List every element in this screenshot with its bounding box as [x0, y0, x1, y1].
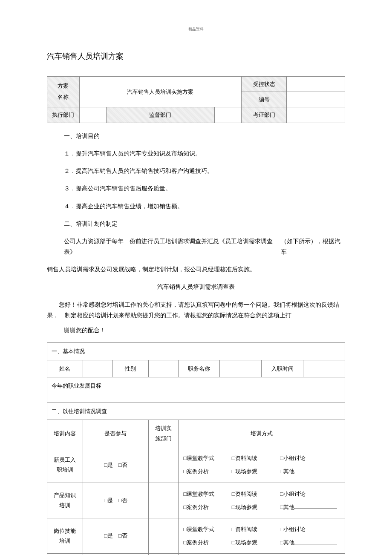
- checkbox-method[interactable]: □小组讨论: [280, 487, 323, 500]
- survey-sec1-heading: 一、基本情况: [47, 343, 345, 360]
- checkbox-method[interactable]: □课堂教学式: [184, 487, 226, 500]
- survey-title: 汽车销售人员培训需求调查表: [47, 282, 345, 292]
- supervise-dept-value: [215, 107, 242, 123]
- sec1-p2: ２．提高汽车销售人员的汽车销售技巧和客户沟通技巧。: [64, 166, 345, 176]
- checkbox-method[interactable]: □小组讨论: [280, 451, 323, 465]
- checkbox-yes[interactable]: □是: [104, 462, 113, 468]
- entry-label: 入职时间: [262, 360, 303, 377]
- checkbox-other[interactable]: □其他: [280, 539, 337, 546]
- checkbox-method[interactable]: □小组讨论: [280, 523, 323, 536]
- checkbox-method[interactable]: □课堂教学式: [184, 523, 226, 536]
- survey-intro: 您好！非常感谢您对培训工作的关心和支持，请您认真填写问卷中的每一个问题。我们将根…: [47, 299, 345, 321]
- col-content: 培训内容: [47, 420, 83, 447]
- row-dept[interactable]: [148, 518, 178, 553]
- checkbox-method[interactable]: □现场参观: [232, 465, 274, 478]
- exec-dept-value: [79, 107, 106, 123]
- col-attend: 是否参与: [83, 420, 148, 447]
- checkbox-no[interactable]: □否: [118, 497, 127, 503]
- audit-dept-label: 考证部门: [241, 107, 286, 123]
- plan-header-table: 方案名称 汽车销售人员培训实施方案 受控状态 编号 执行部门 监督部门 考证部门: [47, 76, 345, 123]
- entry-value[interactable]: [303, 360, 345, 377]
- row-content: 产品知识培训: [47, 483, 83, 518]
- checkbox-yes[interactable]: □是: [104, 497, 113, 503]
- id-label: 编号: [241, 92, 286, 107]
- survey-thanks: 谢谢您的配合！: [64, 325, 345, 336]
- sec1-p4: ４．提高企业的汽车销售业绩，增加销售额。: [64, 201, 345, 212]
- row-attend[interactable]: □是 □否: [83, 447, 148, 483]
- checkbox-yes[interactable]: □是: [104, 532, 113, 539]
- row-attend[interactable]: □是 □否: [83, 483, 148, 518]
- sec2-p1b: （如下所示），根据汽车: [281, 236, 345, 257]
- audit-dept-value: [287, 107, 345, 123]
- id-value: [287, 92, 345, 107]
- sec1-p1: １．提升汽车销售人员的汽车专业知识及市场知识。: [64, 148, 345, 159]
- supervise-dept-label: 监督部门: [106, 107, 215, 123]
- checkbox-method[interactable]: □案例分析: [184, 465, 226, 478]
- checkbox-method[interactable]: □现场参观: [232, 500, 274, 514]
- row-methods[interactable]: □课堂教学式 □资料阅读 □小组讨论 □案例分析 □现场参观 □其他: [178, 447, 345, 483]
- status-value: [287, 76, 345, 92]
- table-row: 产品知识培训 □是 □否 □课堂教学式 □资料阅读 □小组讨论 □案例分析 □现…: [47, 483, 345, 518]
- sec1-heading: 一、培训目的: [64, 131, 345, 141]
- page-header-note: 精品资料: [47, 26, 345, 32]
- sec2-p1a: 公司人力资源部于每年 份前进行员工培训需求调查并汇总《员工培训需求调查表》: [64, 236, 281, 257]
- survey-sec2-heading: 二、以往培训情况调查: [47, 403, 345, 420]
- position-value[interactable]: [220, 360, 262, 377]
- checkbox-other[interactable]: □其他: [280, 504, 337, 510]
- position-label: 职务名称: [178, 360, 220, 377]
- checkbox-method[interactable]: □资料阅读: [232, 523, 274, 536]
- sec1-p3: ３．提高公司汽车销售的售后服务质量。: [64, 183, 345, 194]
- row-methods[interactable]: □课堂教学式 □资料阅读 □小组讨论 □案例分析 □现场参观 □其他: [178, 483, 345, 518]
- checkbox-method[interactable]: □案例分析: [184, 500, 226, 514]
- goal-row[interactable]: 今年的职业发展目标: [47, 377, 345, 403]
- status-label: 受控状态: [241, 76, 286, 92]
- row-attend[interactable]: □是 □否: [83, 518, 148, 553]
- goal-label: 今年的职业发展目标: [52, 382, 101, 389]
- sec2-p2: 销售人员培训需求及公司发展战略，制定培训计划，报公司总经理核准后实施。: [47, 264, 345, 275]
- col-method: 培训方式: [178, 420, 345, 447]
- checkbox-method[interactable]: □案例分析: [184, 536, 226, 549]
- gender-value[interactable]: [148, 360, 178, 377]
- name-label: 姓名: [47, 360, 83, 377]
- checkbox-method[interactable]: □课堂教学式: [184, 451, 226, 465]
- checkbox-no[interactable]: □否: [118, 532, 127, 539]
- plan-name-value: 汽车销售人员培训实施方案: [79, 76, 241, 107]
- table-row: 岗位技能培训 □是 □否 □课堂教学式 □资料阅读 □小组讨论 □案例分析 □现…: [47, 518, 345, 553]
- sec2-heading: 二、培训计划的制定: [64, 219, 345, 229]
- checkbox-method[interactable]: □现场参观: [232, 536, 274, 549]
- checkbox-other[interactable]: □其他: [280, 468, 337, 474]
- gender-label: 性别: [112, 360, 148, 377]
- name-value[interactable]: [83, 360, 112, 377]
- exec-dept-label: 执行部门: [47, 107, 80, 123]
- row-dept[interactable]: [148, 483, 178, 518]
- table-row: 新员工入职培训 □是 □否 □课堂教学式 □资料阅读 □小组讨论 □案例分析 □…: [47, 447, 345, 483]
- plan-name-label: 方案名称: [47, 76, 80, 107]
- checkbox-no[interactable]: □否: [118, 462, 127, 468]
- checkbox-method[interactable]: □资料阅读: [232, 487, 274, 500]
- survey-table: 一、基本情况 姓名 性别 职务名称 入职时间 今年的职业发展目标 二、以往培训情…: [47, 342, 345, 555]
- col-dept: 培训实施部门: [148, 420, 178, 447]
- row-dept[interactable]: [148, 447, 178, 483]
- row-methods[interactable]: □课堂教学式 □资料阅读 □小组讨论 □案例分析 □现场参观 □其他: [178, 518, 345, 553]
- row-content: 岗位技能培训: [47, 518, 83, 553]
- checkbox-method[interactable]: □资料阅读: [232, 451, 274, 465]
- row-content: 新员工入职培训: [47, 447, 83, 483]
- document-title: 汽车销售人员培训方案: [47, 49, 345, 63]
